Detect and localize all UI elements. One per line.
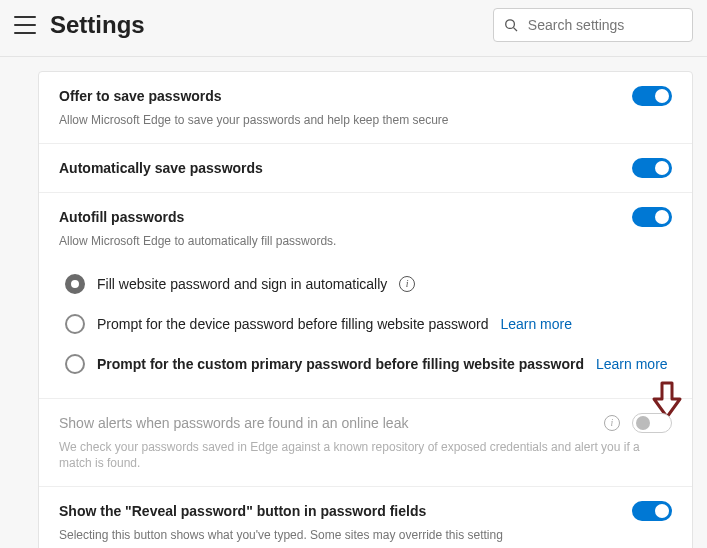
offer-save-desc: Allow Microsoft Edge to save your passwo…	[59, 112, 672, 129]
section-offer-save: Offer to save passwords Allow Microsoft …	[39, 72, 692, 144]
info-icon[interactable]: i	[399, 276, 415, 292]
auto-save-toggle[interactable]	[632, 158, 672, 178]
radio-device-pw[interactable]	[65, 314, 85, 334]
offer-save-toggle[interactable]	[632, 86, 672, 106]
menu-button[interactable]	[14, 16, 36, 34]
autofill-desc: Allow Microsoft Edge to automatically fi…	[59, 233, 672, 250]
section-reveal: Show the "Reveal password" button in pas…	[39, 487, 692, 548]
info-icon[interactable]: i	[604, 415, 620, 431]
autofill-toggle[interactable]	[632, 207, 672, 227]
reveal-title: Show the "Reveal password" button in pas…	[59, 503, 426, 519]
autofill-title: Autofill passwords	[59, 209, 184, 225]
radio-primary-pw[interactable]	[65, 354, 85, 374]
radio-fill-auto[interactable]	[65, 274, 85, 294]
reveal-desc: Selecting this button shows what you've …	[59, 527, 672, 544]
alerts-toggle[interactable]	[632, 413, 672, 433]
radio-primary-pw-label: Prompt for the custom primary password b…	[97, 356, 584, 372]
offer-save-title: Offer to save passwords	[59, 88, 222, 104]
section-alerts: Show alerts when passwords are found in …	[39, 399, 692, 488]
alerts-title: Show alerts when passwords are found in …	[59, 415, 408, 431]
search-input[interactable]	[528, 17, 682, 33]
radio-fill-auto-label: Fill website password and sign in automa…	[97, 276, 387, 292]
alerts-desc: We check your passwords saved in Edge ag…	[59, 439, 672, 473]
section-autofill: Autofill passwords Allow Microsoft Edge …	[39, 193, 692, 399]
reveal-toggle[interactable]	[632, 501, 672, 521]
settings-card: Offer to save passwords Allow Microsoft …	[38, 71, 693, 548]
svg-line-1	[514, 28, 517, 31]
search-icon	[504, 17, 518, 33]
search-box[interactable]	[493, 8, 693, 42]
page-title: Settings	[50, 11, 479, 39]
radio-device-pw-label: Prompt for the device password before fi…	[97, 316, 488, 332]
auto-save-title: Automatically save passwords	[59, 160, 263, 176]
svg-point-0	[506, 20, 515, 29]
section-auto-save: Automatically save passwords	[39, 144, 692, 193]
learn-more-link-1[interactable]: Learn more	[500, 316, 572, 332]
learn-more-link-2[interactable]: Learn more	[596, 356, 668, 372]
